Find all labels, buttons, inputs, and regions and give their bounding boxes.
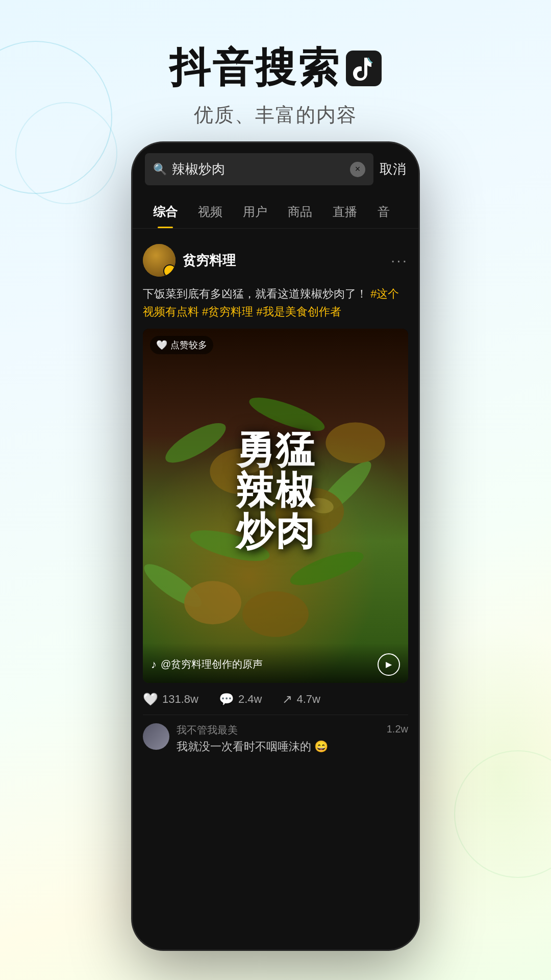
engagement-bar: 🤍 131.8w 💬 2.4w ↗ 4.7w [143,683,408,715]
comment-content: 我不管我最美 我就没一次看时不咽唾沫的 😄 [177,723,380,754]
comment-preview: 我不管我最美 我就没一次看时不咽唾沫的 😄 1.2w [143,715,408,763]
header: 抖音搜索 优质、丰富的内容 [0,0,551,149]
play-button[interactable]: ▶ [378,653,400,676]
post-user-info[interactable]: 贫穷料理 [143,244,236,277]
app-title-text: 抖音搜索 [169,41,341,96]
search-query-text: 辣椒炒肉 [172,160,345,178]
header-subtitle: 优质、丰富的内容 [0,102,551,128]
search-content: 贫穷料理 ··· 下饭菜到底有多凶猛，就看这道辣椒炒肉了！ #这个视频有点料 #… [133,229,418,773]
tab-product[interactable]: 商品 [278,195,322,228]
avatar [143,244,176,277]
avatar-image [143,244,176,277]
post-text: 下饭菜到底有多凶猛，就看这道辣椒炒肉了！ #这个视频有点料 #贫穷料理 #我是美… [143,285,408,321]
heart-icon: 🤍 [143,692,158,706]
phone-inner: 🔍 辣椒炒肉 × 取消 综合 视频 用户 [133,143,418,949]
search-input-wrap[interactable]: 🔍 辣椒炒肉 × [145,153,373,185]
search-tabs: 综合 视频 用户 商品 直播 音 [133,195,418,229]
likes-text: 131.8w [162,693,198,706]
comment-text: 我就没一次看时不咽唾沫的 😄 [177,739,380,754]
search-icon: 🔍 [153,163,167,176]
phone-mockup: 🔍 辣椒炒肉 × 取消 综合 视频 用户 [133,143,418,949]
commenter-avatar [143,723,169,750]
svg-rect-0 [346,51,382,86]
search-clear-button[interactable]: × [350,162,365,177]
app-title-container: 抖音搜索 [0,41,551,96]
tiktok-logo-icon [346,51,382,86]
post-header: 贫穷料理 ··· [143,239,408,285]
shares-text: 4.7w [296,693,320,706]
tab-audio[interactable]: 音 [367,195,400,228]
comments-count[interactable]: 💬 2.4w [219,692,262,706]
more-options-icon[interactable]: ··· [391,252,408,269]
shares-count[interactable]: ↗ 4.7w [282,692,320,706]
username: 贫穷料理 [183,252,236,270]
comments-text: 2.4w [238,693,262,706]
tab-live[interactable]: 直播 [322,195,367,228]
post-text-main: 下饭菜到底有多凶猛，就看这道辣椒炒肉了！ [143,287,367,300]
search-bar: 🔍 辣椒炒肉 × 取消 [133,143,418,195]
music-icon: ♪ [151,658,157,671]
share-icon: ↗ [282,692,292,706]
comment-likes: 1.2w [387,723,408,735]
likes-count[interactable]: 🤍 131.8w [143,692,198,706]
tab-comprehensive[interactable]: 综合 [143,195,188,228]
phone-frame: 🔍 辣椒炒肉 × 取消 综合 视频 用户 [133,143,418,949]
video-sound-label: ♪ @贫穷料理创作的原声 [151,657,263,671]
sound-text: @贫穷料理创作的原声 [161,657,263,671]
tab-user[interactable]: 用户 [233,195,278,228]
post-card: 贫穷料理 ··· 下饭菜到底有多凶猛，就看这道辣椒炒肉了！ #这个视频有点料 #… [143,239,408,763]
video-thumbnail[interactable]: 🤍 点赞较多 勇猛 辣椒 炒肉 [143,329,408,682]
video-big-text: 勇猛 辣椒 炒肉 [236,429,315,551]
cancel-button[interactable]: 取消 [380,160,406,178]
clear-icon: × [355,164,361,175]
play-icon: ▶ [386,659,392,669]
commenter-name: 我不管我最美 [177,723,380,737]
bg-blob [398,623,551,929]
tab-video[interactable]: 视频 [188,195,233,228]
comment-icon: 💬 [219,692,234,706]
